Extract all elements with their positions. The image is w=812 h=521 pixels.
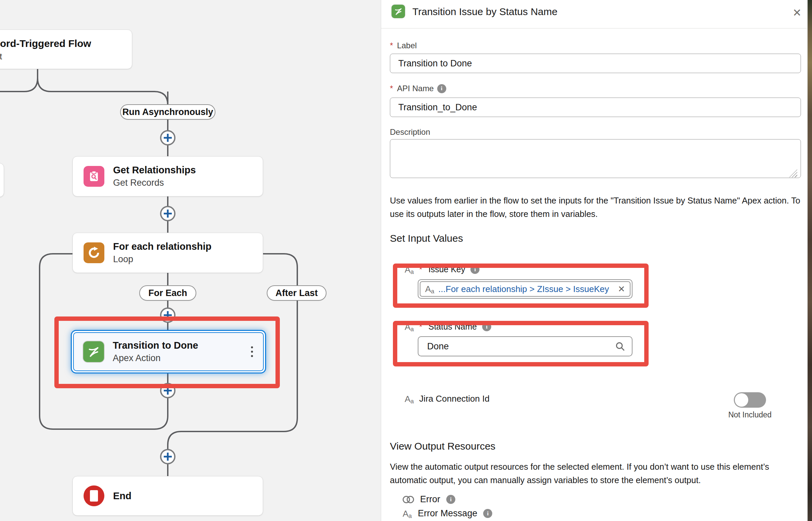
desktop-edge-sliver <box>808 0 812 521</box>
branch-label-text: Run Asynchronously <box>123 107 213 117</box>
toggle-state-label: Not Included <box>717 410 784 420</box>
panel-title: Transition Issue by Status Name <box>412 6 557 18</box>
trigger-card-title: Record-Triggered Flow <box>0 38 132 49</box>
status-name-value: Done <box>427 341 614 352</box>
output-resource-error: Error i <box>403 494 455 504</box>
output-resources-body-text: View the automatic output resources for … <box>390 460 802 487</box>
merge-field-token-text: ...For each relationship > ZIssue > Issu… <box>438 284 614 294</box>
description-textarea[interactable] <box>390 139 801 178</box>
element-menu-kebab-icon[interactable] <box>251 346 253 357</box>
field-label-text: Description <box>390 128 430 137</box>
add-element-button[interactable] <box>160 449 175 465</box>
boolean-type-icon <box>403 496 414 503</box>
resource-label: Error Message <box>418 508 477 519</box>
element-end[interactable]: End <box>72 476 263 516</box>
branch-label-text: After Last <box>276 288 318 298</box>
text-type-icon: Aa <box>405 394 414 403</box>
close-panel-button[interactable]: ✕ <box>793 7 802 18</box>
offscreen-card-sliver <box>0 163 4 197</box>
text-type-icon: Aa <box>405 265 414 274</box>
apex-action-config-panel: Transition Issue by Status Name ✕ * Labe… <box>381 0 808 521</box>
element-get-relationships[interactable]: Get Relationships Get Records <box>72 156 263 197</box>
trigger-card-subtitle-fragment: t <box>0 51 3 61</box>
field-label-text: Label <box>397 41 417 50</box>
status-name-input[interactable]: Done <box>418 336 633 356</box>
info-icon[interactable]: i <box>482 322 491 331</box>
toggle-knob <box>735 393 748 407</box>
start-element-record-triggered-flow[interactable]: Record-Triggered Flow t <box>0 29 132 69</box>
field-label-text: API Name <box>397 84 433 93</box>
status-name-param-row: Aa * Status Name i <box>405 322 491 332</box>
element-title: Transition to Done <box>113 340 198 352</box>
required-asterisk: * <box>390 41 393 50</box>
info-icon[interactable]: i <box>446 495 455 504</box>
merge-field-token[interactable]: Aa ...For each relationship > ZIssue > I… <box>420 281 631 297</box>
text-type-icon: Aa <box>405 322 414 331</box>
search-icon[interactable] <box>614 341 626 352</box>
element-for-each-relationship[interactable]: For each relationship Loop <box>72 233 263 273</box>
info-icon[interactable]: i <box>483 509 492 518</box>
api-name-input[interactable] <box>390 97 801 117</box>
loop-icon <box>84 242 104 263</box>
label-field-label: * Label <box>390 41 417 50</box>
zephyr-panel-icon <box>391 5 405 18</box>
add-element-button[interactable] <box>160 308 175 323</box>
text-type-icon: Aa <box>403 509 412 518</box>
issue-key-param-row: Aa * Issue Key i <box>405 265 479 274</box>
add-element-button[interactable] <box>160 383 175 398</box>
element-title: End <box>113 490 131 502</box>
view-output-resources-heading: View Output Resources <box>390 440 496 452</box>
element-type: Apex Action <box>113 353 198 363</box>
required-asterisk: * <box>390 84 393 93</box>
api-name-field-label: * API Name i <box>390 84 446 93</box>
element-title: For each relationship <box>113 241 211 252</box>
branch-label-after-last: After Last <box>267 285 326 301</box>
required-asterisk: * <box>419 322 422 332</box>
issue-key-input[interactable]: Aa ...For each relationship > ZIssue > I… <box>418 279 633 299</box>
get-records-icon <box>84 166 104 187</box>
flow-canvas[interactable]: Record-Triggered Flow t Run Asynchronous… <box>0 0 381 521</box>
include-input-toggle[interactable] <box>734 392 766 408</box>
add-element-button[interactable] <box>160 130 175 145</box>
branch-label-run-asynchronously: Run Asynchronously <box>120 104 215 120</box>
description-field-label: Description <box>390 128 430 137</box>
param-label: Jira Connection Id <box>419 393 490 404</box>
element-title: Get Relationships <box>113 164 196 176</box>
remove-token-icon[interactable]: ✕ <box>618 285 625 293</box>
output-resource-error-message: Aa Error Message i <box>403 508 492 519</box>
add-element-button[interactable] <box>160 206 175 221</box>
branch-label-for-each: For Each <box>139 285 196 301</box>
info-icon[interactable]: i <box>437 84 446 93</box>
panel-intro-text: Use values from earlier in the flow to s… <box>390 194 802 221</box>
zephyr-apex-action-icon <box>83 341 104 362</box>
param-label: Status Name <box>428 322 477 332</box>
flow-builder-screen: Record-Triggered Flow t Run Asynchronous… <box>0 0 812 521</box>
resource-label: Error <box>420 494 440 504</box>
text-type-icon: Aa <box>425 285 434 293</box>
element-transition-to-done-selected[interactable]: Transition to Done Apex Action <box>71 330 266 373</box>
element-type: Get Records <box>113 177 196 188</box>
required-asterisk: * <box>419 265 422 274</box>
header-divider <box>381 28 807 28</box>
branch-label-text: For Each <box>148 288 187 298</box>
jira-connection-param-row: Aa Jira Connection Id <box>405 393 490 404</box>
param-label: Issue Key <box>428 265 465 274</box>
set-input-values-heading: Set Input Values <box>390 233 463 244</box>
label-input[interactable] <box>390 54 801 73</box>
end-icon <box>84 485 104 506</box>
info-icon[interactable]: i <box>470 265 479 274</box>
element-type: Loop <box>113 254 211 265</box>
